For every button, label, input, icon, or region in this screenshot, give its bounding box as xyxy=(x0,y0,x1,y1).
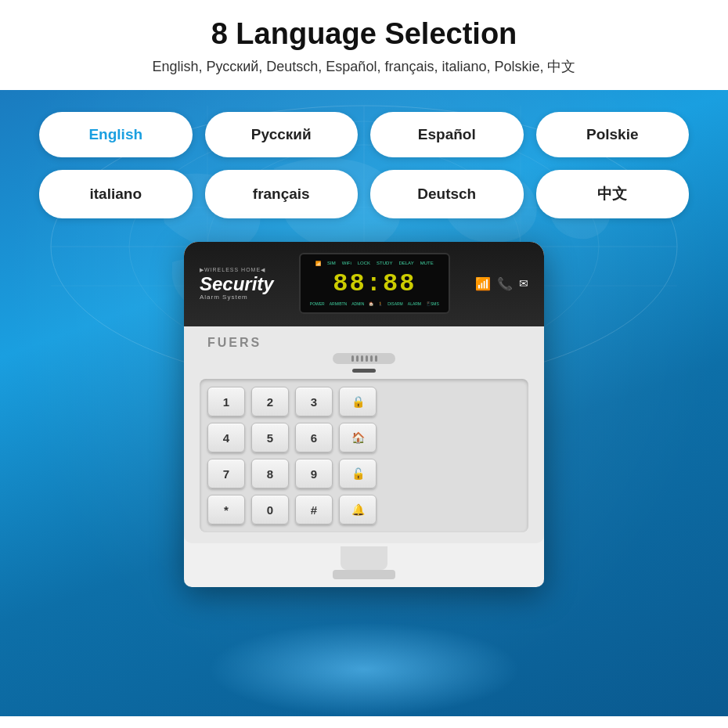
key-6[interactable]: 6 xyxy=(295,423,333,452)
key-2[interactable]: 2 xyxy=(251,387,289,416)
device-body-outer: ▶WIRELESS HOME◀ Security Alarm System 📶 … xyxy=(184,242,544,587)
center-speaker-grill xyxy=(333,353,395,364)
mute-icon: MUTE xyxy=(420,261,434,266)
key-lock1[interactable]: 🔒 xyxy=(339,387,377,416)
security-device: ▶WIRELESS HOME◀ Security Alarm System 📶 … xyxy=(184,242,544,587)
lcd-top-icons: 📶 SIM WiFi LOCK STUDY DELAY MUTE xyxy=(315,261,434,266)
grill-hole-6 xyxy=(375,355,377,362)
bottom-glow xyxy=(207,622,521,716)
grill-hole-4 xyxy=(366,355,368,362)
key-9[interactable]: 9 xyxy=(295,459,333,488)
home-icon: 🏠 xyxy=(369,301,373,306)
microphone-bar xyxy=(352,369,376,373)
power-icon: POWER xyxy=(310,301,325,306)
armbtn-icon: ARM/BTN xyxy=(330,301,348,306)
away-icon: 🚶 xyxy=(378,301,383,306)
lang-button-english[interactable]: English xyxy=(39,112,193,157)
signal-phone-row: 📶 📞 ✉ xyxy=(475,276,528,291)
alarm-icon: ALARM xyxy=(408,301,421,306)
fuers-brand-label: FUERS xyxy=(207,336,261,350)
grill-hole-3 xyxy=(361,355,363,362)
key-4[interactable]: 4 xyxy=(207,423,245,452)
security-label: Security xyxy=(200,275,274,294)
disarm-icon: DISARM xyxy=(387,301,402,306)
phone-icon: 📞 xyxy=(497,276,513,291)
device-lower-body: FUERS xyxy=(184,326,544,543)
admin-icon: ADMIN xyxy=(351,301,364,306)
subtitle: English, Русский, Deutsch, Español, fran… xyxy=(31,57,697,76)
lang-button-italiano[interactable]: italiano xyxy=(39,170,193,218)
key-3[interactable]: 3 xyxy=(295,387,333,416)
lang-button-russian[interactable]: Русский xyxy=(205,112,359,157)
device-stand xyxy=(341,546,387,570)
envelope-icon: ✉ xyxy=(519,277,528,290)
key-0[interactable]: 0 xyxy=(251,495,289,524)
display-panel: ▶WIRELESS HOME◀ Security Alarm System 📶 … xyxy=(184,242,544,326)
top-section: 8 Language Selection English, Русский, D… xyxy=(0,0,728,90)
key-5[interactable]: 5 xyxy=(251,423,289,452)
wireless-home-label: ▶WIRELESS HOME◀ xyxy=(200,267,265,273)
key-1[interactable]: 1 xyxy=(207,387,245,416)
lcd-bottom-icons: POWER ARM/BTN ADMIN 🏠 🚶 DISARM ALARM 📱SM… xyxy=(310,301,439,306)
page-title: 8 Language Selection xyxy=(31,17,697,51)
lang-button-french[interactable]: français xyxy=(205,170,359,218)
language-grid: English Русский Español Polskie italiano… xyxy=(0,90,728,234)
grill-hole-5 xyxy=(370,355,373,362)
lcd-display: 📶 SIM WiFi LOCK STUDY DELAY MUTE 88:88 P… xyxy=(299,253,450,314)
device-container: ▶WIRELESS HOME◀ Security Alarm System 📶 … xyxy=(0,242,728,587)
logo-area: ▶WIRELESS HOME◀ Security Alarm System xyxy=(200,267,274,301)
key-bell[interactable]: 🔔 xyxy=(339,495,377,524)
lang-button-chinese[interactable]: 中文 xyxy=(536,170,690,218)
grill-hole-1 xyxy=(351,355,354,362)
status-icons: 📶 📞 ✉ xyxy=(475,276,528,291)
key-hash[interactable]: # xyxy=(295,495,333,524)
lang-button-polskie[interactable]: Polskie xyxy=(536,112,690,157)
brand-row: FUERS xyxy=(200,333,528,350)
wifi-icon: WiFi xyxy=(342,261,351,266)
keypad-wrapper: 1 2 3 🔒 4 5 6 🏠 7 8 xyxy=(200,350,528,532)
signal-icon: 📶 xyxy=(315,261,321,266)
key-lock2[interactable]: 🏠 xyxy=(339,423,377,452)
key-unlock[interactable]: 🔓 xyxy=(339,459,377,488)
study-icon: STUDY xyxy=(377,261,392,266)
key-8[interactable]: 8 xyxy=(251,459,289,488)
lang-button-deutsch[interactable]: Deutsch xyxy=(370,170,524,218)
lang-button-spanish[interactable]: Español xyxy=(370,112,524,157)
key-star[interactable]: * xyxy=(207,495,245,524)
stand-base xyxy=(333,570,395,579)
signal-strength-icon: 📶 xyxy=(475,276,491,291)
sms-bottom-icon: 📱SMS xyxy=(426,301,439,306)
key-7[interactable]: 7 xyxy=(207,459,245,488)
lcd-time: 88:88 xyxy=(333,269,416,298)
device-stand-area xyxy=(184,546,544,579)
keypad: 1 2 3 🔒 4 5 6 🏠 7 8 xyxy=(200,379,528,532)
alarm-system-label: Alarm System xyxy=(200,294,248,301)
sim-icon: SIM xyxy=(327,261,336,266)
delay-icon: DELAY xyxy=(398,261,413,266)
blue-section: English Русский Español Polskie italiano… xyxy=(0,90,728,716)
grill-hole-2 xyxy=(356,355,359,362)
lock-icon: LOCK xyxy=(358,261,370,266)
